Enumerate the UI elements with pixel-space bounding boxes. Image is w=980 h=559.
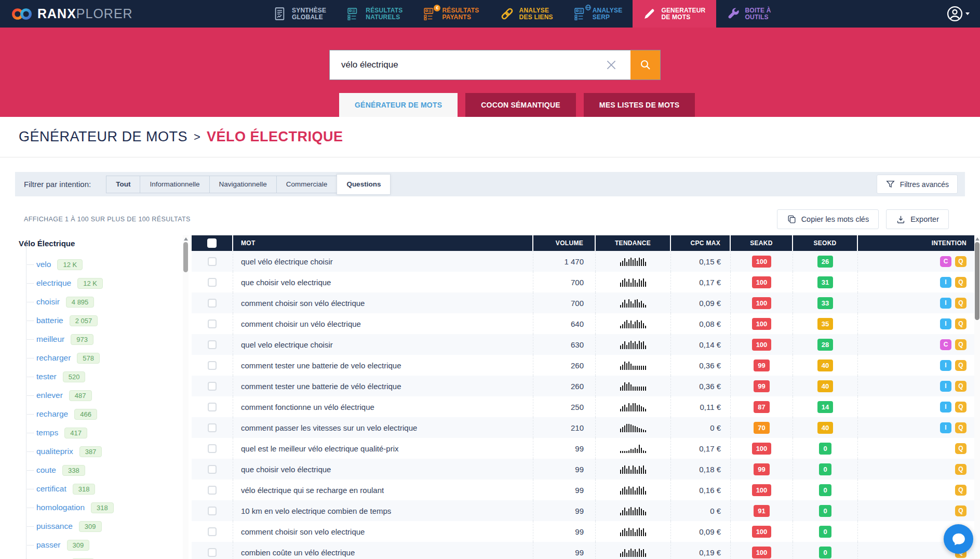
keyword-group-link[interactable]: recharge bbox=[36, 409, 68, 419]
chat-widget-button[interactable] bbox=[944, 524, 973, 554]
keyword-group-item[interactable]: vitesses 309 bbox=[19, 554, 183, 559]
keyword-group-link[interactable]: choisir bbox=[36, 297, 60, 307]
nav-item-resultats-naturels[interactable]: RÉSULTATSNATURELS bbox=[337, 0, 413, 28]
keyword-cell[interactable]: que choisir velo electrique bbox=[233, 272, 533, 292]
filter-questions[interactable]: Questions bbox=[337, 174, 391, 195]
filter-tout[interactable]: Tout bbox=[106, 176, 140, 193]
tab-cocon-semantique[interactable]: COCON SÉMANTIQUE bbox=[465, 93, 576, 117]
row-checkbox[interactable] bbox=[208, 403, 217, 411]
keyword-group-item[interactable]: velo 12 K bbox=[19, 255, 183, 274]
row-checkbox[interactable] bbox=[208, 382, 217, 391]
keyword-group-link[interactable]: passer bbox=[36, 540, 61, 550]
column-header-volume[interactable]: VOLUME bbox=[533, 235, 596, 251]
keyword-cell[interactable]: comment passer les vitesses sur un velo … bbox=[233, 417, 533, 438]
keyword-group-item[interactable]: temps 417 bbox=[19, 423, 183, 442]
keyword-cell[interactable]: comment choisir son velo electrique bbox=[233, 521, 533, 542]
row-checkbox[interactable] bbox=[208, 257, 217, 266]
advanced-filters-button[interactable]: Filtres avancés bbox=[877, 175, 958, 194]
keyword-group-item[interactable]: electrique 12 K bbox=[19, 274, 183, 292]
table-scrollbar[interactable] bbox=[974, 235, 980, 559]
export-button[interactable]: Exporter bbox=[886, 209, 949, 229]
keyword-cell[interactable]: 10 km en velo electrique combien de temp… bbox=[233, 500, 533, 521]
keyword-group-item[interactable]: qualiteprix 387 bbox=[19, 442, 183, 461]
keyword-group-item[interactable]: batterie 2 057 bbox=[19, 311, 183, 330]
scroll-up-icon[interactable] bbox=[184, 237, 188, 241]
row-checkbox[interactable] bbox=[208, 278, 217, 287]
keyword-group-link[interactable]: puissance bbox=[36, 522, 73, 531]
keyword-group-item[interactable]: passer 309 bbox=[19, 536, 183, 554]
column-header-cpc-max[interactable]: CPC MAX bbox=[671, 235, 731, 251]
row-checkbox[interactable] bbox=[208, 444, 217, 453]
keyword-cell[interactable]: comment choisir son vélo électrique bbox=[233, 292, 533, 313]
keyword-group-link[interactable]: recharger bbox=[36, 353, 71, 363]
column-header-seokd[interactable]: SEOKD bbox=[793, 235, 858, 251]
row-checkbox[interactable] bbox=[208, 507, 217, 515]
keyword-group-item[interactable]: puissance 309 bbox=[19, 517, 183, 536]
nav-item-synthese-globale[interactable]: SYNTHÈSEGLOBALE bbox=[262, 0, 337, 28]
tab-generateur-de-mots[interactable]: GÉNÉRATEUR DE MOTS bbox=[339, 93, 458, 117]
keyword-group-link[interactable]: enlever bbox=[36, 391, 63, 400]
keyword-group-item[interactable]: enlever 487 bbox=[19, 386, 183, 405]
keyword-cell[interactable]: vélo électrique qui se recharge en roula… bbox=[233, 480, 533, 500]
keyword-group-link[interactable]: tester bbox=[36, 372, 57, 381]
keyword-group-link[interactable]: coute bbox=[36, 465, 56, 475]
scroll-up-icon[interactable] bbox=[975, 237, 979, 241]
sidebar-scrollbar-thumb[interactable] bbox=[183, 242, 188, 272]
row-checkbox[interactable] bbox=[208, 527, 217, 536]
filter-navigationnelle[interactable]: Navigationnelle bbox=[209, 176, 277, 193]
keyword-cell[interactable]: combien coûte un vélo électrique bbox=[233, 542, 533, 559]
row-checkbox[interactable] bbox=[208, 548, 217, 557]
search-button[interactable] bbox=[630, 50, 661, 80]
tab-mes-listes-de-mots[interactable]: MES LISTES DE MOTS bbox=[584, 93, 695, 117]
nav-item-resultats-payants[interactable]: RÉSULTATSPAYANTS bbox=[413, 0, 489, 28]
clear-search-icon[interactable] bbox=[605, 57, 620, 73]
keyword-group-link[interactable]: homologation bbox=[36, 503, 85, 512]
row-checkbox[interactable] bbox=[208, 423, 217, 432]
row-checkbox[interactable] bbox=[208, 465, 217, 474]
account-menu[interactable] bbox=[947, 6, 970, 22]
keyword-cell[interactable]: comment fonctionne un vélo électrique bbox=[233, 396, 533, 417]
keyword-group-item[interactable]: recharge 466 bbox=[19, 405, 183, 423]
row-checkbox[interactable] bbox=[208, 340, 217, 349]
keyword-group-item[interactable]: homologation 318 bbox=[19, 498, 183, 517]
keyword-group-link[interactable]: batterie bbox=[36, 316, 63, 325]
keyword-cell[interactable]: comment tester une batterie de velo elec… bbox=[233, 355, 533, 376]
column-header-mot[interactable]: MOT bbox=[233, 235, 533, 251]
keyword-search-input[interactable] bbox=[329, 50, 630, 80]
keyword-group-item[interactable]: recharger 578 bbox=[19, 349, 183, 367]
sidebar-scrollbar[interactable] bbox=[183, 235, 189, 559]
copy-keywords-button[interactable]: Copier les mots clés bbox=[777, 209, 879, 229]
keyword-group-item[interactable]: tester 520 bbox=[19, 367, 183, 386]
nav-item-analyse-des-liens[interactable]: ANALYSEDES LIENS bbox=[490, 0, 563, 28]
keyword-cell[interactable]: quel vélo électrique choisir bbox=[233, 251, 533, 272]
column-header-seakd[interactable]: SEAKD bbox=[731, 235, 793, 251]
keyword-group-item[interactable]: coute 338 bbox=[19, 461, 183, 480]
keyword-group-item[interactable]: certificat 318 bbox=[19, 480, 183, 498]
table-scrollbar-thumb[interactable] bbox=[975, 242, 979, 320]
filter-informationnelle[interactable]: Informationnelle bbox=[140, 176, 209, 193]
row-checkbox[interactable] bbox=[208, 486, 217, 495]
keyword-cell[interactable]: quel est le meilleur vélo electrique qua… bbox=[233, 438, 533, 459]
keyword-group-link[interactable]: certificat bbox=[36, 484, 66, 494]
keyword-cell[interactable]: quel velo electrique choisir bbox=[233, 334, 533, 355]
nav-item-generateur-de-mots[interactable]: GENERATEURDE MOTS bbox=[633, 0, 716, 28]
keyword-group-link[interactable]: electrique bbox=[36, 278, 71, 288]
row-checkbox[interactable] bbox=[208, 320, 217, 328]
select-all-checkbox[interactable] bbox=[207, 238, 217, 248]
nav-item-analyse-serp[interactable]: ANALYSESERP bbox=[563, 0, 633, 28]
keyword-group-item[interactable]: choisir 4 895 bbox=[19, 292, 183, 311]
keyword-cell[interactable]: comment tester une batterie de vélo élec… bbox=[233, 376, 533, 396]
keyword-group-link[interactable]: meilleur bbox=[36, 335, 64, 344]
keyword-group-item[interactable]: meilleur 973 bbox=[19, 330, 183, 349]
column-header-intention[interactable]: INTENTION bbox=[858, 235, 980, 251]
keyword-group-link[interactable]: velo bbox=[36, 260, 51, 269]
nav-item-boite-a-outils[interactable]: BOITE ÀOUTILS bbox=[716, 0, 782, 28]
column-header-tendance[interactable]: TENDANCE bbox=[596, 235, 671, 251]
brand-logo[interactable]: RANXPLORER bbox=[0, 6, 133, 21]
keyword-group-link[interactable]: temps bbox=[36, 428, 58, 437]
filter-commerciale[interactable]: Commerciale bbox=[276, 176, 338, 193]
keyword-group-link[interactable]: qualiteprix bbox=[36, 447, 73, 456]
breadcrumb-parent[interactable]: GÉNÉRATEUR DE MOTS bbox=[19, 129, 187, 145]
keyword-cell[interactable]: que choisir velo électrique bbox=[233, 459, 533, 480]
keyword-cell[interactable]: comment choisir un vélo électrique bbox=[233, 313, 533, 334]
